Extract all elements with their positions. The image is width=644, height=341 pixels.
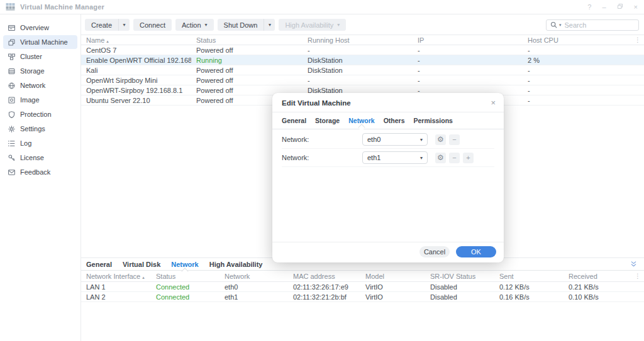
dialog-tab-others[interactable]: Others xyxy=(384,117,405,124)
create-dropdown-button[interactable]: ▾ xyxy=(119,19,130,31)
help-icon[interactable]: ? xyxy=(587,4,591,11)
column-header-interface[interactable]: Network Interface▴ xyxy=(81,273,151,280)
app-logo-icon xyxy=(6,3,15,12)
add-network-button[interactable]: + xyxy=(463,153,474,163)
nic-status: Connected xyxy=(151,293,219,301)
table-row[interactable]: LAN 2 Connected eth1 02:11:32:21:2b:bf V… xyxy=(81,292,644,302)
tab-high-availability[interactable]: High Availability xyxy=(209,261,263,268)
protection-icon xyxy=(8,111,16,119)
column-header-host-cpu[interactable]: Host CPU xyxy=(523,36,631,44)
search-icon xyxy=(550,21,557,28)
cancel-button[interactable]: Cancel xyxy=(419,246,450,257)
shutdown-button[interactable]: Shut Down xyxy=(218,19,265,31)
nic-sriov: Disabled xyxy=(425,283,494,291)
vm-running-host: DiskStation xyxy=(303,67,413,74)
network-select-value: eth0 xyxy=(367,136,380,143)
vm-status: Powered off xyxy=(191,67,303,74)
sidebar-item-license[interactable]: License xyxy=(3,151,77,165)
network-select[interactable]: eth0 ▾ xyxy=(362,133,428,146)
table-row[interactable]: CentOS 7 Powered off - - - xyxy=(81,45,644,55)
search-box[interactable]: ▾ xyxy=(546,19,639,31)
table-row[interactable]: LAN 1 Connected eth0 02:11:32:26:17:e9 V… xyxy=(81,282,644,292)
dialog-tab-storage[interactable]: Storage xyxy=(315,117,340,124)
network-field-label: Network: xyxy=(282,136,362,143)
table-row[interactable]: Kali Powered off DiskStation - - xyxy=(81,65,644,75)
dialog-close-icon[interactable]: × xyxy=(491,99,496,107)
vm-ip: - xyxy=(413,67,523,74)
restore-window-icon[interactable] xyxy=(617,3,623,11)
vm-status: Powered off xyxy=(191,46,303,54)
action-button-label: Action xyxy=(182,21,201,29)
network-field-row: Network: eth0 ▾ ⚙ − xyxy=(282,131,494,149)
minimize-icon[interactable]: – xyxy=(602,4,606,11)
column-header-status[interactable]: Status xyxy=(191,36,303,44)
vm-ip: - xyxy=(413,77,523,84)
vm-name: Enable OpenWRT Official 192.168.2.1 xyxy=(81,57,191,64)
search-scope-caret-icon[interactable]: ▾ xyxy=(559,23,562,28)
network-settings-gear-icon[interactable]: ⚙ xyxy=(435,134,446,145)
chevron-down-icon: ▾ xyxy=(420,155,423,161)
dialog-tab-general[interactable]: General xyxy=(282,117,306,124)
sidebar-item-overview[interactable]: Overview xyxy=(3,21,77,35)
nic-mac: 02:11:32:26:17:e9 xyxy=(288,283,360,291)
sidebar-item-protection[interactable]: Protection xyxy=(3,107,77,121)
ok-button[interactable]: OK xyxy=(456,246,496,257)
detail-panel: General Virtual Disk Network High Availa… xyxy=(81,257,644,341)
column-header-model[interactable]: Model xyxy=(360,273,425,280)
dialog-tab-network[interactable]: Network xyxy=(348,117,374,124)
network-field-label: Network: xyxy=(282,154,362,161)
vm-host-cpu: 2 % xyxy=(523,57,631,64)
column-header-received[interactable]: Received xyxy=(564,273,631,280)
network-field-row: Network: eth1 ▾ ⚙ − + xyxy=(282,149,494,167)
create-button[interactable]: Create xyxy=(85,19,119,31)
network-select-value: eth1 xyxy=(367,154,380,161)
column-options-icon[interactable]: ⋮ xyxy=(631,273,644,279)
sidebar-item-log[interactable]: Log xyxy=(3,136,77,150)
column-header-running-host[interactable]: Running Host xyxy=(303,36,413,44)
sidebar-item-settings[interactable]: Settings xyxy=(3,122,77,136)
table-row[interactable]: OpenWrt Sirpdboy Mini Powered off - - - xyxy=(81,75,644,85)
network-select[interactable]: eth1 ▾ xyxy=(362,151,428,164)
close-icon[interactable]: × xyxy=(634,4,638,11)
sidebar-item-label: Image xyxy=(20,96,40,104)
sidebar-item-label: Network xyxy=(20,82,45,89)
sidebar-item-storage[interactable]: Storage xyxy=(3,64,77,78)
sidebar-item-cluster[interactable]: Cluster xyxy=(3,50,77,63)
vm-host-cpu: - xyxy=(523,46,631,54)
network-settings-gear-icon[interactable]: ⚙ xyxy=(435,153,446,163)
column-header-network[interactable]: Network xyxy=(219,273,288,280)
column-header-sent[interactable]: Sent xyxy=(494,273,564,280)
action-button[interactable]: Action▾ xyxy=(175,19,214,31)
column-header-sriov[interactable]: SR-IOV Status xyxy=(425,273,494,280)
tab-virtual-disk[interactable]: Virtual Disk xyxy=(123,261,160,268)
tab-general[interactable]: General xyxy=(86,261,112,268)
column-header-ip[interactable]: IP xyxy=(413,36,523,44)
remove-network-button[interactable]: − xyxy=(449,134,460,145)
vm-name: Kali xyxy=(81,67,191,74)
nic-model: VirtIO xyxy=(360,293,425,301)
connect-button[interactable]: Connect xyxy=(133,19,172,31)
sidebar-item-image[interactable]: Image xyxy=(3,93,77,107)
title-bar: Virtual Machine Manager ? – × xyxy=(0,0,644,14)
sidebar-item-label: Overview xyxy=(20,24,49,31)
vm-status: Powered off xyxy=(191,77,303,84)
sidebar-item-network[interactable]: Network xyxy=(3,78,77,92)
tab-network[interactable]: Network xyxy=(171,261,198,268)
dialog-tab-permissions[interactable]: Permissions xyxy=(413,117,452,124)
vm-host-cpu: - xyxy=(523,97,631,104)
vm-toolbar: Create ▾ Connect Action▾ Shut Down ▾ Hig… xyxy=(81,14,644,35)
column-header-name[interactable]: Name▴ xyxy=(81,36,191,44)
table-row-selected[interactable]: Enable OpenWRT Official 192.168.2.1 Runn… xyxy=(81,55,644,65)
sidebar-item-label: Settings xyxy=(20,125,45,133)
collapse-panel-icon[interactable] xyxy=(630,260,638,268)
search-input[interactable] xyxy=(564,21,635,30)
vm-name: OpenWrt Sirpdboy Mini xyxy=(81,77,191,84)
shutdown-dropdown-button[interactable]: ▾ xyxy=(264,19,275,31)
vm-host-cpu: - xyxy=(523,67,631,74)
remove-network-button[interactable]: − xyxy=(449,153,460,163)
column-header-mac[interactable]: MAC address xyxy=(288,273,360,280)
sidebar-item-feedback[interactable]: Feedback xyxy=(3,165,77,179)
sidebar-item-virtual-machine[interactable]: Virtual Machine xyxy=(3,35,77,49)
column-options-icon[interactable]: ⋮ xyxy=(631,36,644,43)
high-availability-button: High Availability▾ xyxy=(279,19,346,31)
